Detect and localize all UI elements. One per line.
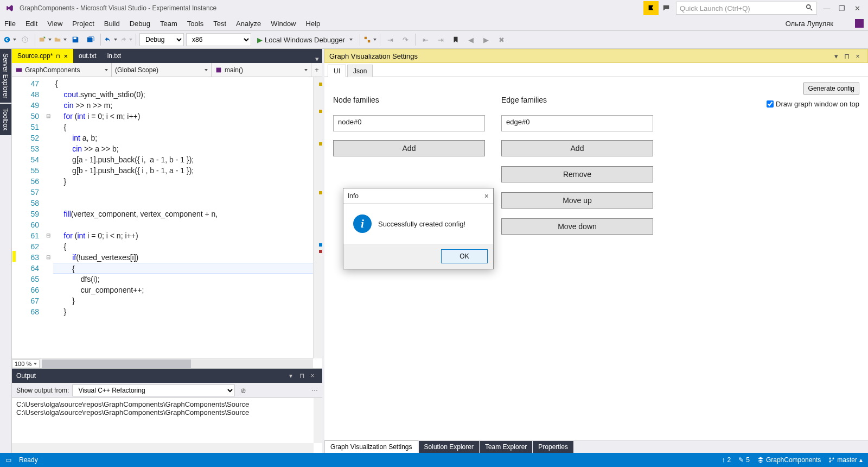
tabs-dropdown-icon[interactable]: ▾: [311, 55, 322, 63]
nav-scope-select[interactable]: (Global Scope): [112, 63, 212, 77]
menu-window[interactable]: Window: [271, 20, 296, 28]
output-source-select[interactable]: Visual C++ Refactoring: [72, 384, 235, 396]
status-repo[interactable]: GraphComponents: [757, 456, 821, 464]
panel-title: Graph Visualization Settings: [329, 52, 418, 60]
output-clear-icon[interactable]: ⎚: [241, 387, 245, 394]
bottom-tab-solution[interactable]: Solution Explorer: [419, 441, 479, 453]
panel-close-icon[interactable]: ×: [852, 52, 863, 60]
output-body[interactable]: C:\Users\olga\source\repos\GraphComponen…: [12, 398, 322, 453]
save-all-button[interactable]: [84, 33, 97, 46]
nav-func-select[interactable]: main(): [212, 63, 311, 77]
platform-select[interactable]: x86: [186, 33, 251, 46]
scroll-thumb[interactable]: [42, 359, 191, 368]
toolbox-tab[interactable]: Toolbox: [0, 104, 11, 135]
edge-remove-button[interactable]: Remove: [501, 166, 653, 182]
output-close-icon[interactable]: ×: [307, 372, 318, 380]
save-button[interactable]: [69, 33, 82, 46]
panel-pin-icon[interactable]: ⊓: [841, 52, 852, 60]
config-select[interactable]: Debug: [139, 33, 184, 46]
dialog-ok-button[interactable]: OK: [441, 249, 488, 263]
doc-tab-out[interactable]: out.txt: [73, 49, 102, 63]
bottom-tab-graph[interactable]: Graph Visualization Settings: [324, 440, 418, 453]
panel-tab-json[interactable]: Json: [347, 65, 373, 77]
close-tab-icon[interactable]: ×: [63, 52, 68, 60]
bookmark-icon[interactable]: [449, 33, 462, 46]
zoom-select[interactable]: 100 %: [12, 359, 40, 368]
output-dropdown-icon[interactable]: ▾: [285, 372, 296, 380]
clear-bookmarks-button: ✖: [495, 33, 508, 46]
code-editor[interactable]: ↕ 47484950515253545556575859606162636465…: [12, 77, 322, 368]
draw-on-top-input[interactable]: [767, 100, 774, 108]
menu-help[interactable]: Help: [306, 20, 321, 28]
close-icon[interactable]: ✕: [850, 1, 865, 15]
user-avatar[interactable]: [855, 19, 864, 28]
editor-horizontal-scrollbar[interactable]: 100 %: [12, 358, 313, 368]
edge-movedown-button[interactable]: Move down: [501, 218, 653, 235]
draw-on-top-checkbox[interactable]: Draw graph window on top: [767, 100, 859, 108]
output-line: C:\Users\olga\source\repos\GraphComponen…: [16, 400, 318, 408]
doc-tab-source[interactable]: Source.cpp* ⊓ ×: [12, 49, 73, 63]
navigate-forward-button[interactable]: [18, 33, 31, 46]
edge-moveup-button[interactable]: Move up: [501, 192, 653, 209]
user-name[interactable]: Ольга Лупуляк: [786, 20, 833, 28]
editor-vertical-scrollbar[interactable]: [313, 77, 322, 358]
menu-test[interactable]: Test: [213, 20, 226, 28]
edge-family-listbox[interactable]: edge#0: [501, 115, 653, 131]
panel-tab-ui[interactable]: UI: [328, 65, 346, 77]
nav-project-label: GraphComponents: [25, 66, 80, 74]
edge-add-button[interactable]: Add: [501, 140, 653, 156]
svg-point-0: [807, 4, 810, 8]
svg-rect-4: [74, 37, 76, 40]
output-pin-icon[interactable]: ⊓: [296, 372, 307, 380]
vs-logo-icon: [3, 2, 16, 15]
step-into-button: ⇥: [384, 33, 397, 46]
node-add-button[interactable]: Add: [333, 140, 485, 156]
draw-on-top-label: Draw graph window on top: [776, 100, 859, 108]
bottom-tab-properties[interactable]: Properties: [533, 441, 573, 453]
quick-launch-input[interactable]: Quick Launch (Ctrl+Q): [676, 2, 817, 15]
menu-file[interactable]: File: [4, 20, 16, 28]
redo-button[interactable]: [119, 33, 132, 46]
menu-project[interactable]: Project: [72, 20, 94, 28]
status-branch[interactable]: master ▴: [828, 456, 863, 464]
svg-point-2: [22, 37, 28, 43]
bottom-tab-team[interactable]: Team Explorer: [480, 441, 532, 453]
menu-view[interactable]: View: [47, 20, 62, 28]
svg-rect-7: [16, 68, 22, 72]
menu-build[interactable]: Build: [104, 20, 120, 28]
indent-left-button: ⇤: [419, 33, 432, 46]
generate-config-button[interactable]: Generate config: [803, 83, 859, 94]
server-explorer-tab[interactable]: Server Explorer: [0, 49, 11, 103]
new-project-button[interactable]: [39, 33, 52, 46]
menu-edit[interactable]: Edit: [25, 20, 37, 28]
restore-icon[interactable]: ❐: [834, 1, 850, 15]
pin-icon[interactable]: ⊓: [56, 53, 60, 59]
notification-flag-icon[interactable]: [643, 1, 659, 15]
menu-team[interactable]: Team: [160, 20, 177, 28]
nav-plus-icon[interactable]: +: [311, 66, 322, 74]
process-button[interactable]: [363, 33, 376, 46]
menu-analyze[interactable]: Analyze: [236, 20, 261, 28]
dialog-close-icon[interactable]: ×: [484, 192, 489, 200]
nav-project-select[interactable]: GraphComponents: [12, 63, 112, 77]
start-debugger-button[interactable]: ▶ Local Windows Debugger: [253, 33, 356, 46]
nav-scope-label: (Global Scope): [115, 66, 158, 74]
undo-button[interactable]: [104, 33, 117, 46]
dialog-message: Successfully created config!: [378, 220, 465, 228]
status-changes[interactable]: ✎ 5: [738, 456, 750, 464]
status-publish[interactable]: ↑ 2: [722, 456, 731, 464]
doc-tab-in[interactable]: in.txt: [102, 49, 126, 63]
panel-dropdown-icon[interactable]: ▾: [831, 52, 841, 60]
menu-debug[interactable]: Debug: [130, 20, 150, 28]
window-title: GraphComponents - Microsoft Visual Studi…: [20, 4, 216, 12]
output-show-label: Show output from:: [16, 387, 69, 394]
open-file-button[interactable]: [54, 33, 67, 46]
navigate-back-button[interactable]: [3, 33, 16, 46]
output-title: Output: [16, 372, 36, 380]
node-family-listbox[interactable]: node#0: [333, 115, 485, 131]
svg-rect-6: [368, 40, 370, 42]
feedback-icon[interactable]: [659, 1, 674, 15]
play-icon: ▶: [257, 36, 263, 44]
menu-tools[interactable]: Tools: [187, 20, 203, 28]
minimize-icon[interactable]: —: [819, 1, 834, 15]
